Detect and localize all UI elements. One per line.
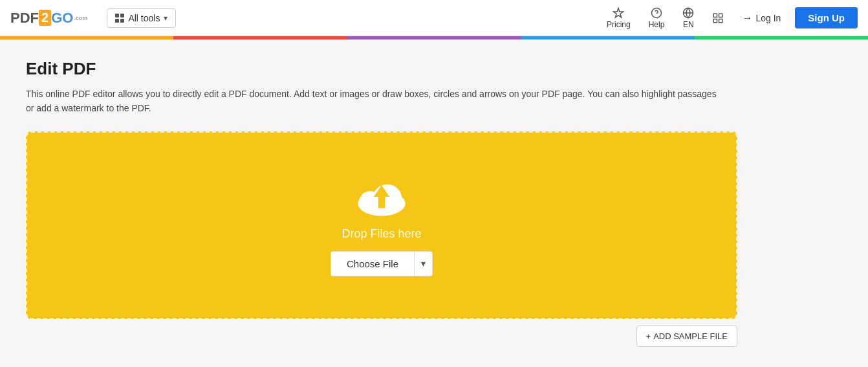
svg-rect-7 (714, 19, 717, 22)
drop-text: Drop Files here (342, 227, 421, 241)
choose-file-container: Choose File ▾ (331, 251, 433, 276)
grid-icon (115, 14, 124, 23)
language-nav-item[interactable]: EN (675, 3, 702, 33)
help-label: Help (649, 20, 665, 29)
header-nav: Pricing Help EN (599, 3, 732, 33)
globe-icon (682, 7, 694, 19)
logo: PDF 2 GO .com (10, 10, 87, 27)
page-description: This online PDF editor allows you to dir… (26, 87, 718, 116)
header: PDF 2 GO .com All tools ▾ Pricing Help (0, 0, 868, 36)
page-title: Edit PDF (26, 59, 842, 79)
login-arrow-icon: → (742, 12, 752, 24)
account-nav-item[interactable] (704, 8, 732, 28)
login-label: Log In (755, 13, 781, 23)
help-nav-item[interactable]: Help (641, 3, 673, 33)
logo-2: 2 (39, 10, 51, 26)
logo-pdf: PDF (10, 10, 39, 27)
chevron-down-icon: ▾ (164, 14, 168, 23)
logo-com: .com (74, 15, 87, 21)
language-label: EN (683, 20, 694, 29)
svg-point-10 (373, 184, 402, 214)
pricing-nav-item[interactable]: Pricing (599, 3, 638, 33)
svg-rect-6 (719, 19, 722, 22)
svg-rect-5 (719, 14, 722, 17)
plus-icon: + (646, 331, 651, 341)
main-content: Edit PDF This online PDF editor allows y… (0, 39, 868, 366)
pricing-icon (613, 7, 624, 19)
login-button[interactable]: → Log In (732, 7, 791, 29)
choose-file-dropdown-button[interactable]: ▾ (415, 252, 432, 276)
add-sample-label: ADD SAMPLE FILE (653, 331, 728, 341)
drop-zone[interactable]: Drop Files here Choose File ▾ (26, 131, 737, 319)
signup-label: Sign Up (808, 12, 845, 23)
pricing-label: Pricing (607, 20, 631, 29)
cloud-upload-icon (353, 174, 411, 219)
all-tools-label: All tools (128, 13, 160, 23)
choose-file-button[interactable]: Choose File (331, 252, 414, 276)
add-sample-container: + ADD SAMPLE FILE (26, 326, 737, 347)
add-sample-file-button[interactable]: + ADD SAMPLE FILE (636, 326, 737, 347)
dropdown-chevron-icon: ▾ (421, 258, 426, 269)
all-tools-button[interactable]: All tools ▾ (107, 8, 176, 28)
account-icon (712, 12, 724, 24)
logo-go: GO (51, 10, 73, 27)
help-icon (651, 7, 662, 19)
svg-rect-4 (714, 14, 717, 17)
signup-button[interactable]: Sign Up (795, 7, 858, 28)
logo-area[interactable]: PDF 2 GO .com (10, 10, 87, 27)
